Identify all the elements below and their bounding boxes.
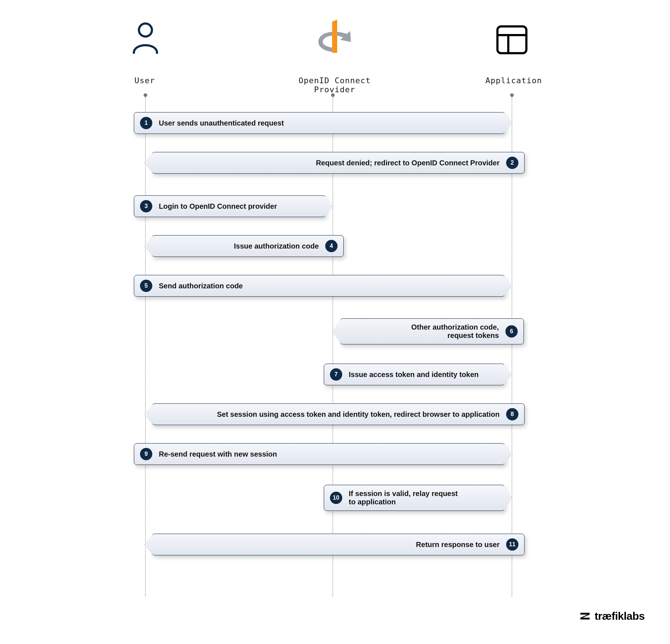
step-label: Issue authorization code — [234, 242, 319, 250]
application-icon — [496, 24, 528, 56]
step-label: Login to OpenID Connect provider — [159, 202, 277, 211]
step-number: 6 — [505, 325, 518, 338]
actor-label-user: User — [127, 76, 163, 85]
logo-text: træfiklabs — [595, 610, 645, 622]
step-label: Re-send request with new session — [159, 450, 277, 458]
svg-marker-2 — [332, 20, 337, 53]
step-label: Send authorization code — [159, 282, 243, 290]
step-11: Return response to user 11 — [152, 534, 525, 555]
user-icon — [130, 20, 161, 56]
step-6: Other authorization code, request tokens… — [340, 318, 524, 344]
step-label: Request denied; redirect to OpenID Conne… — [316, 159, 500, 167]
step-label: If session is valid, relay request to ap… — [349, 490, 458, 506]
step-3: 3 Login to OpenID Connect provider — [134, 195, 326, 217]
step-9: 9 Re-send request with new session — [134, 443, 505, 465]
step-label: Return response to user — [416, 541, 500, 549]
step-number: 8 — [506, 408, 518, 420]
step-1: 1 User sends unauthenticated request — [134, 112, 505, 134]
sequence-diagram: User OpenID Connect Provider Application… — [0, 0, 670, 644]
step-2: Request denied; redirect to OpenID Conne… — [152, 152, 525, 174]
step-label: Set session using access token and ident… — [217, 410, 500, 419]
actor-label-provider: OpenID Connect Provider — [279, 76, 391, 94]
step-label: User sends unauthenticated request — [159, 119, 284, 127]
traefik-logo-icon — [579, 610, 591, 622]
lifeline-dot — [144, 93, 147, 97]
svg-rect-3 — [497, 26, 526, 53]
step-number: 10 — [330, 492, 342, 504]
step-label: Other authorization code, request tokens — [411, 323, 499, 340]
step-number: 7 — [330, 368, 342, 381]
step-4: Issue authorization code 4 — [152, 235, 344, 257]
actor-label-application: Application — [478, 76, 550, 85]
step-number: 5 — [140, 280, 152, 292]
svg-point-0 — [139, 24, 152, 37]
step-number: 1 — [140, 117, 152, 129]
step-5: 5 Send authorization code — [134, 275, 505, 297]
traefik-labs-logo: træfiklabs — [579, 610, 645, 622]
openid-icon — [314, 18, 354, 54]
lifeline-dot — [331, 93, 335, 97]
step-7: 7 Issue access token and identity token — [324, 364, 505, 385]
step-number: 3 — [140, 200, 152, 212]
lifeline-user — [145, 97, 146, 596]
step-number: 4 — [325, 240, 338, 252]
step-label: Issue access token and identity token — [349, 370, 479, 379]
lifeline-dot — [510, 93, 514, 97]
step-number: 2 — [506, 157, 518, 169]
step-10: 10 If session is valid, relay request to… — [324, 485, 505, 511]
step-8: Set session using access token and ident… — [152, 403, 525, 425]
step-number: 9 — [140, 448, 152, 460]
step-number: 11 — [506, 538, 518, 551]
